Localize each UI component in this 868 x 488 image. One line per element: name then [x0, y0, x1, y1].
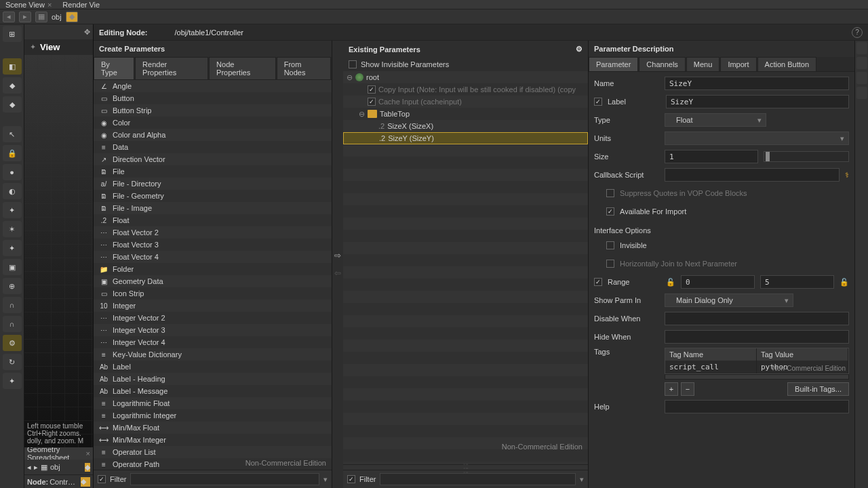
path-text[interactable]: obj	[50, 463, 60, 471]
lock-max-icon[interactable]: 🔓	[840, 278, 849, 287]
tab-channels[interactable]: Channels	[639, 57, 685, 71]
tag-name-header[interactable]: Tag Name	[665, 348, 757, 361]
filter-checkbox[interactable]	[347, 475, 355, 483]
filter-input[interactable]	[380, 473, 576, 485]
tree-row-tabletop[interactable]: ⊖ TableTop	[343, 108, 588, 120]
tool-icon[interactable]: ∩	[3, 316, 22, 332]
tree-row-sizex[interactable]: .2 SizeX (SizeX)	[343, 120, 588, 132]
splitter[interactable]: ⇨ ⇦	[332, 41, 343, 488]
help-input[interactable]	[665, 400, 849, 413]
type-item[interactable]: a/File - Directory	[94, 178, 332, 190]
tab-parameter[interactable]: Parameter	[589, 57, 638, 71]
select-tool-icon[interactable]: ◧	[3, 58, 22, 75]
type-item[interactable]: 🗎File - Image	[94, 202, 332, 214]
node-value[interactable]: Contr…	[50, 478, 75, 486]
tab-by-type[interactable]: By Type	[94, 57, 134, 79]
type-item[interactable]: ◉Color and Alpha	[94, 129, 332, 141]
type-item[interactable]: .2Float	[94, 214, 332, 226]
tool-icon[interactable]: ✦	[3, 373, 22, 389]
type-item[interactable]: ≡Logarithmic Integer	[94, 409, 332, 422]
lock-min-icon[interactable]: 🔓	[666, 278, 675, 287]
invisible-checkbox[interactable]	[606, 241, 614, 249]
tree-row-root[interactable]: ⊖ root	[343, 71, 588, 83]
obj-icon[interactable]: ▦	[35, 12, 47, 22]
back-button[interactable]: ◂	[27, 463, 31, 472]
label-input[interactable]	[666, 95, 849, 108]
type-item[interactable]: ⋯Integer Vector 3	[94, 324, 332, 336]
tab-node-properties[interactable]: Node Properties	[209, 57, 276, 79]
back-button[interactable]: ◂	[3, 12, 15, 22]
checkbox[interactable]	[368, 98, 376, 106]
tool-icon[interactable]: ●	[3, 164, 22, 180]
dropdown-icon[interactable]: ▾	[580, 475, 584, 484]
tree-row-sizey[interactable]: .2 SizeY (SizeY)	[343, 132, 588, 144]
type-item[interactable]: 📁Folder	[94, 263, 332, 275]
pin-icon[interactable]: ◆	[85, 463, 90, 472]
arrow-left-icon[interactable]: ⇦	[334, 268, 341, 278]
tool-icon[interactable]	[856, 72, 867, 84]
add-tag-button[interactable]: +	[665, 382, 678, 396]
arrow-right-icon[interactable]: ⇨	[334, 251, 341, 260]
viewport[interactable]: Left mouse tumble Ctrl+Right zooms. doll…	[24, 55, 93, 447]
obj-icon[interactable]: ▦	[41, 463, 47, 472]
type-item[interactable]: ▭Button	[94, 92, 332, 104]
filter-input[interactable]	[130, 473, 319, 485]
tool-icon[interactable]: ▣	[3, 259, 22, 275]
callback-input[interactable]	[665, 168, 840, 182]
remove-tag-button[interactable]: −	[681, 382, 694, 396]
filter-checkbox[interactable]	[98, 475, 106, 483]
type-item[interactable]: ◉Color	[94, 117, 332, 129]
type-item[interactable]: ↗Direction Vector	[94, 153, 332, 165]
gear-tool-icon[interactable]: ⚙	[3, 335, 22, 351]
node-icon[interactable]: ◆	[81, 477, 90, 487]
type-item[interactable]: ≡Logarithmic Float	[94, 397, 332, 409]
scroll-handle[interactable]	[343, 464, 588, 470]
tab-from-nodes[interactable]: From Nodes	[277, 57, 331, 79]
type-item[interactable]: 🗎File - Geometry	[94, 190, 332, 202]
tool-icon[interactable]: ✦	[3, 240, 22, 256]
tab-scene-view[interactable]: Scene View×	[0, 0, 57, 9]
type-item[interactable]: ∠Angle	[94, 80, 332, 92]
tag-name-cell[interactable]: script_call	[665, 361, 757, 373]
size-input[interactable]	[665, 150, 758, 163]
suppress-checkbox[interactable]	[606, 189, 614, 197]
tool-icon[interactable]: ✶	[3, 221, 22, 237]
tool-icon[interactable]	[856, 57, 867, 69]
tag-value-header[interactable]: Tag Value	[757, 348, 848, 361]
type-select[interactable]: Float	[665, 113, 766, 127]
avail-checkbox[interactable]	[606, 207, 614, 216]
type-item[interactable]: ⋯Float Vector 3	[94, 239, 332, 251]
type-item[interactable]: ⋯Integer Vector 4	[94, 336, 332, 348]
range-max-input[interactable]	[760, 275, 834, 289]
tool-icon[interactable]: ◆	[3, 96, 22, 113]
tab-render-view[interactable]: Render Vie	[57, 0, 105, 9]
close-icon[interactable]: ×	[47, 1, 52, 9]
tab-menu[interactable]: Menu	[686, 57, 720, 71]
pin-icon[interactable]: ◆	[66, 12, 78, 22]
range-min-input[interactable]	[681, 275, 755, 289]
close-icon[interactable]: ×	[86, 449, 90, 458]
forward-button[interactable]: ▸	[19, 12, 31, 22]
label-checkbox[interactable]	[594, 98, 602, 106]
type-item[interactable]: ▭Icon Strip	[94, 287, 332, 300]
type-item[interactable]: 🗎File	[94, 165, 332, 178]
dropdown-icon[interactable]: ▾	[323, 475, 328, 484]
type-item[interactable]: ⟷Min/Max Integer	[94, 434, 332, 446]
lock-tool-icon[interactable]: 🔒	[3, 145, 22, 161]
grid-tool-icon[interactable]: ⊞	[3, 26, 22, 42]
forward-button[interactable]: ▸	[34, 463, 38, 472]
tags-table[interactable]: Tag Name Tag Value script_call python No…	[665, 348, 849, 374]
type-item[interactable]: ≡Key-Value Dictionary	[94, 348, 332, 361]
tool-icon[interactable]	[856, 87, 867, 99]
tool-icon[interactable]: ∩	[3, 297, 22, 313]
units-select[interactable]	[665, 131, 849, 145]
param-tree[interactable]: ⊖ root Copy Input (Note: Input will be s…	[343, 71, 588, 464]
tool-icon[interactable]: ◆	[3, 77, 22, 94]
type-item[interactable]: ⋯Integer Vector 2	[94, 312, 332, 324]
type-item[interactable]: ≡Operator List	[94, 446, 332, 458]
range-checkbox[interactable]	[594, 278, 602, 286]
horiz-checkbox[interactable]	[606, 260, 614, 268]
move-icon[interactable]: ✥	[84, 28, 90, 37]
tool-icon[interactable]	[856, 42, 867, 54]
collapse-icon[interactable]: ⊖	[346, 73, 353, 82]
